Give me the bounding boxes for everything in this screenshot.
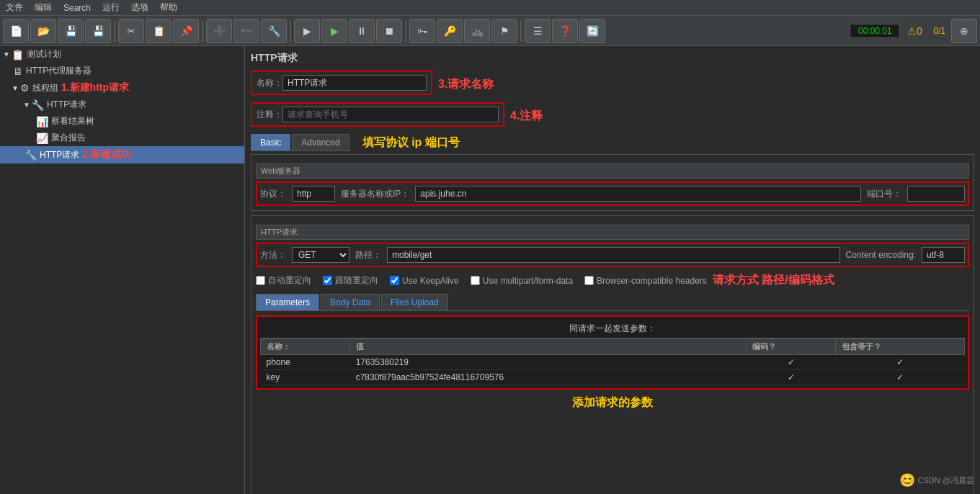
arrow-icon: ▼ [23, 101, 30, 109]
menu-file[interactable]: 文件 [6, 1, 23, 14]
multipart-checkbox[interactable] [471, 276, 480, 285]
toolbar-save[interactable]: 💾 [58, 19, 84, 43]
toolbar-remove[interactable]: ➖ [233, 19, 259, 43]
method-label: 方法： [260, 249, 286, 261]
name-label: 名称： [257, 77, 282, 89]
sub-tab-files-upload[interactable]: Files Upload [381, 294, 448, 310]
sidebar-item-thread-group[interactable]: ▼ ⚙ 线程组 1.新建http请求 [0, 79, 244, 96]
toolbar-paste[interactable]: 📌 [173, 19, 199, 43]
toolbar-remote[interactable]: ⊕ [951, 19, 977, 43]
toolbar-flag[interactable]: ⚑ [491, 19, 517, 43]
sidebar-item-result-tree[interactable]: 📊 察看结果树 [0, 113, 244, 130]
http-request-icon: 🔧 [32, 99, 44, 111]
param-name-2: key [261, 370, 350, 385]
menu-run[interactable]: 运行 [102, 1, 120, 14]
param-value-2: c7830f879aac5b97524fe48116709576 [350, 370, 747, 385]
panel-title: HTTP请求 [251, 52, 974, 65]
sidebar-item-http-request-1[interactable]: ▼ 🔧 HTTP请求 [0, 96, 244, 113]
menu-edit[interactable]: 编辑 [35, 1, 52, 14]
comment-input[interactable] [282, 107, 499, 122]
content-area: HTTP请求 名称： 3.请求名称 注释： 4.注释 Basic Advance… [245, 46, 980, 494]
server-input[interactable] [415, 186, 861, 202]
toolbar-add[interactable]: ➕ [206, 19, 232, 43]
sep1 [114, 20, 115, 42]
toolbar-run-all[interactable]: ▶ [321, 19, 347, 43]
annotation-1: 1.新建http请求 [61, 81, 129, 94]
http-request-2-icon: 🔧 [24, 149, 37, 161]
annotation-4: 4.注释 [510, 109, 543, 124]
thread-group-icon: ⚙ [20, 82, 30, 94]
menu-help[interactable]: 帮助 [160, 1, 177, 14]
browser-compat-checkbox[interactable] [584, 276, 594, 285]
menubar: 文件 编辑 Search 运行 选项 帮助 [0, 0, 980, 16]
toolbar-list[interactable]: ☰ [525, 19, 551, 43]
col-value: 值 [350, 339, 747, 355]
sidebar-item-aggregate[interactable]: 📈 聚合报告 [0, 130, 244, 146]
toolbar-new[interactable]: 📄 [3, 19, 29, 43]
toolbar-run[interactable]: ▶ [294, 19, 320, 43]
http-request-section: HTTP请求 方法： GET POST PUT DELETE 路径： Conte… [251, 215, 974, 494]
tab-basic[interactable]: Basic [251, 134, 290, 151]
checkboxes-row: 自动重定向 跟随重定向 Use KeepAlive Use multipart/… [256, 271, 707, 289]
annotation-2: 2.新建成功 [82, 148, 131, 161]
col-name: 名称： [261, 339, 350, 355]
param-encoded-2: ✓ [747, 370, 836, 385]
sub-tab-parameters[interactable]: Parameters [256, 294, 319, 310]
tab-advanced[interactable]: Advanced [292, 134, 349, 151]
toolbar-key2[interactable]: 🔑 [437, 19, 463, 43]
toolbar-save-as[interactable]: 💾 [85, 19, 111, 43]
comment-row: 注释： [251, 102, 504, 127]
toolbar-copy[interactable]: 📋 [146, 19, 172, 43]
watermark-text: CSDN @冯晨芸 [918, 475, 974, 486]
test-plan-icon: 📋 [12, 49, 24, 60]
name-input[interactable] [282, 75, 427, 91]
sidebar-item-proxy[interactable]: 🖥 HTTP代理服务器 [0, 63, 244, 79]
web-server-header: Web服务器 [256, 163, 969, 179]
params-section: 同请求一起发送参数： 名称： 值 编码？ 包含等于？ phone 17 [256, 315, 969, 390]
path-input[interactable] [387, 247, 840, 263]
params-table: 名称： 值 编码？ 包含等于？ phone 17635380219 ✓ ✓ [260, 338, 965, 385]
col-encoded: 编码？ [747, 339, 836, 355]
toolbar-key1[interactable]: 🗝 [409, 19, 435, 43]
annotation-params: 添加请求的参数 [572, 396, 653, 408]
sub-tab-body-data[interactable]: Body Data [321, 294, 380, 310]
encoding-label: Content encoding: [846, 250, 916, 260]
encoding-input[interactable] [922, 247, 965, 263]
auto-redirect-checkbox[interactable] [256, 276, 265, 285]
sep2 [202, 20, 203, 42]
param-encoded-1: ✓ [747, 355, 836, 370]
port-input[interactable] [907, 186, 965, 202]
protocol-label: 协议： [260, 188, 286, 200]
menu-options[interactable]: 选项 [131, 1, 148, 14]
watermark-avatar: 😊 [899, 472, 915, 488]
sidebar: ▼ 📋 测试计划 🖥 HTTP代理服务器 ▼ ⚙ 线程组 1.新建http请求 … [0, 46, 245, 494]
sep5 [520, 20, 522, 42]
sub-tabs: Parameters Body Data Files Upload [256, 294, 969, 311]
toolbar-stop[interactable]: ⏹ [376, 19, 402, 43]
checkbox-follow-redirect: 跟随重定向 [323, 274, 378, 287]
keepalive-checkbox[interactable] [390, 276, 399, 285]
port-label: 端口号： [867, 188, 901, 200]
toolbar-help[interactable]: ❓ [552, 19, 578, 43]
sidebar-item-http-request-2[interactable]: 🔧 HTTP请求 2.新建成功 [0, 146, 244, 163]
sep3 [290, 20, 291, 42]
annotation-3: 3.请求名称 [438, 77, 494, 92]
web-server-section: Web服务器 协议： 服务器名称或IP： 端口号： [251, 154, 974, 211]
follow-redirect-checkbox[interactable] [323, 276, 332, 285]
toolbar-settings[interactable]: 🔧 [261, 19, 287, 43]
sidebar-item-test-plan[interactable]: ▼ 📋 测试计划 [0, 46, 244, 63]
toolbar-cut[interactable]: ✂ [118, 19, 144, 43]
toolbar-open[interactable]: 📂 [30, 19, 56, 43]
method-select[interactable]: GET POST PUT DELETE [292, 247, 349, 263]
checkbox-browser-compat: Browser-compatible headers [584, 276, 707, 286]
param-include-2: ✓ [836, 370, 965, 385]
toolbar: 📄 📂 💾 💾 ✂ 📋 📌 ➕ ➖ 🔧 ▶ ▶ ⏸ ⏹ 🗝 🔑 🚲 ⚑ ☰ ❓ … [0, 16, 980, 46]
toolbar-pause[interactable]: ⏸ [349, 19, 375, 43]
toolbar-monitor[interactable]: 🚲 [464, 19, 490, 43]
toolbar-refresh[interactable]: 🔄 [579, 19, 605, 43]
checkbox-multipart: Use multipart/form-data [471, 276, 573, 286]
menu-search[interactable]: Search [63, 3, 91, 13]
protocol-input[interactable] [292, 186, 335, 202]
proxy-icon: 🖥 [13, 66, 23, 77]
watermark: 😊 CSDN @冯晨芸 [899, 472, 974, 488]
